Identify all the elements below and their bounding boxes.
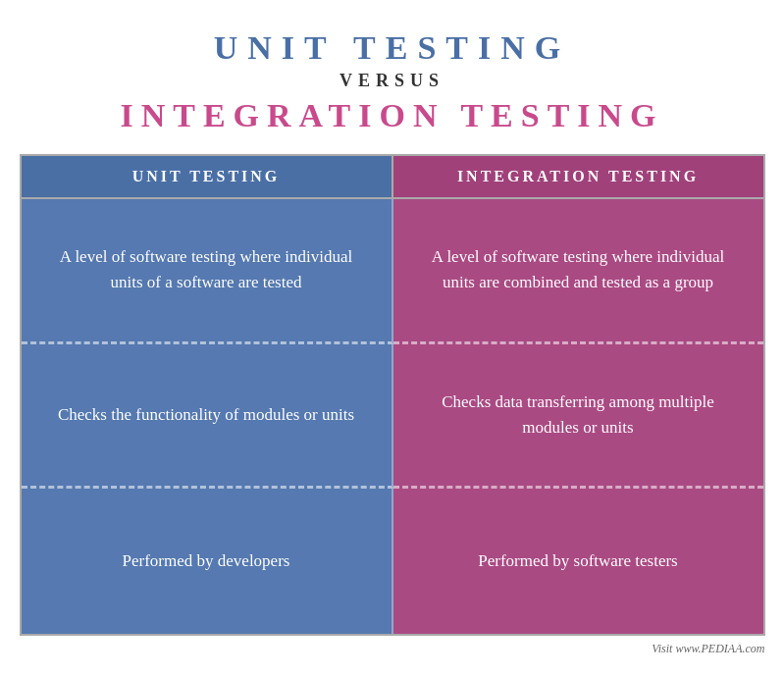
table-row: A level of software testing where indivi…: [22, 199, 763, 344]
title-integration: INTEGRATION TESTING: [120, 97, 663, 134]
title-unit: UNIT TESTING: [214, 29, 570, 67]
cell-integration-1: Checks data transferring among multiple …: [393, 344, 763, 490]
table-body: A level of software testing where indivi…: [22, 199, 763, 634]
header-integration: INTEGRATION TESTING: [393, 156, 763, 197]
footer-credit: Visit www.PEDIAA.com: [20, 642, 765, 656]
cell-unit-0: A level of software testing where indivi…: [22, 199, 393, 344]
table-row: Performed by developers Performed by sof…: [22, 489, 763, 634]
cell-integration-0: A level of software testing where indivi…: [393, 199, 763, 344]
page-wrapper: UNIT TESTING VERSUS INTEGRATION TESTING …: [0, 0, 784, 676]
table-header: UNIT TESTING INTEGRATION TESTING: [22, 156, 763, 199]
table-row: Checks the functionality of modules or u…: [22, 344, 763, 490]
comparison-table: UNIT TESTING INTEGRATION TESTING A level…: [20, 154, 765, 636]
header-unit: UNIT TESTING: [22, 156, 393, 197]
cell-unit-2: Performed by developers: [22, 489, 393, 634]
title-versus: VERSUS: [340, 71, 444, 91]
cell-integration-2: Performed by software testers: [393, 489, 763, 634]
cell-unit-1: Checks the functionality of modules or u…: [22, 344, 393, 490]
